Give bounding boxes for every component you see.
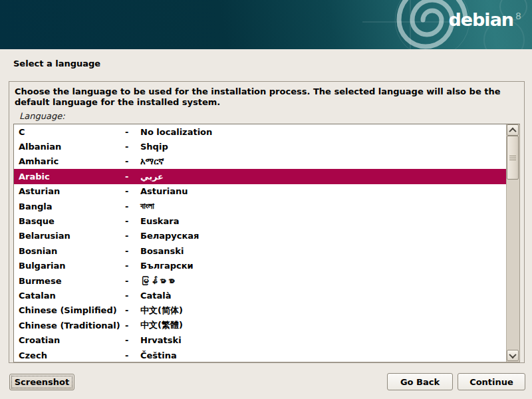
screenshot-button[interactable]: Screenshot — [9, 374, 74, 390]
list-item[interactable]: Czech-Čeština — [14, 348, 507, 362]
list-item[interactable]: Asturian-Asturianu — [14, 184, 507, 199]
chevron-down-icon — [509, 350, 516, 358]
separator-dash: - — [125, 246, 140, 256]
language-native-name: বাংলা — [140, 201, 507, 211]
list-item[interactable]: Arabic-عربي — [14, 169, 507, 184]
language-name: Asturian — [14, 186, 125, 196]
scrollbar-down-button[interactable] — [507, 350, 519, 361]
language-name: Czech — [14, 350, 125, 360]
language-native-name: Čeština — [140, 350, 507, 360]
language-name: Bangla — [14, 201, 125, 211]
language-native-name: 中文(简体) — [140, 305, 507, 317]
debian-wordmark: debian — [448, 9, 513, 30]
language-native-name: Asturianu — [140, 186, 507, 196]
language-list[interactable]: C-No localizationAlbanian-ShqipAmharic-አ… — [13, 124, 520, 362]
language-name: Croatian — [14, 335, 125, 345]
language-name: Catalan — [14, 291, 125, 301]
thumb-grip — [509, 156, 516, 156]
language-name: Chinese (Simplified) — [14, 305, 125, 315]
separator-dash: - — [125, 261, 140, 271]
list-item[interactable]: Belarusian-Беларуская — [14, 229, 507, 243]
separator-dash: - — [125, 172, 140, 182]
list-item[interactable]: Basque-Euskara — [14, 213, 507, 228]
language-native-name: Български — [140, 261, 507, 271]
list-item[interactable]: Albanian-Shqip — [14, 139, 507, 154]
installer-banner: debian8 — [0, 0, 532, 49]
list-item[interactable]: Chinese (Traditional)-中文(繁體) — [14, 318, 507, 332]
debian-version: 8 — [515, 11, 521, 21]
action-bar: Screenshot Go Back Continue — [0, 363, 532, 399]
language-label: Language: — [19, 111, 520, 121]
list-item[interactable]: Catalan-Català — [14, 288, 507, 303]
thumb-grip — [509, 158, 516, 158]
list-item[interactable]: Chinese (Simplified)-中文(简体) — [14, 303, 507, 318]
language-name: Chinese (Traditional) — [14, 321, 125, 331]
language-name: Belarusian — [14, 231, 125, 241]
separator-dash: - — [125, 231, 140, 241]
separator-dash: - — [125, 142, 140, 152]
chevron-up-icon — [509, 127, 516, 134]
scrollbar-thumb[interactable] — [507, 136, 519, 180]
language-native-name: Euskara — [140, 216, 507, 226]
language-name: Basque — [14, 216, 125, 226]
separator-dash: - — [125, 350, 140, 360]
list-item[interactable]: Amharic-አማርኛ — [14, 154, 507, 169]
language-name: C — [14, 127, 125, 137]
list-item[interactable]: C-No localization — [14, 124, 507, 139]
language-native-name: 中文(繁體) — [140, 319, 507, 331]
scrollbar-up-button[interactable] — [507, 124, 519, 136]
content-frame: Choose the language to be used for the i… — [9, 81, 525, 363]
list-item[interactable]: Bosnian-Bosanski — [14, 243, 507, 258]
separator-dash: - — [125, 321, 140, 331]
list-item[interactable]: Burmese-မြန်မာစာ — [14, 273, 507, 288]
continue-button[interactable]: Continue — [458, 373, 525, 390]
separator-dash: - — [125, 216, 140, 226]
language-name: Burmese — [14, 276, 125, 286]
language-native-name: Беларуская — [140, 231, 507, 241]
separator-dash: - — [125, 291, 140, 301]
separator-dash: - — [125, 335, 140, 345]
language-native-name: Català — [140, 291, 507, 301]
list-item[interactable]: Croatian-Hrvatski — [14, 332, 507, 347]
separator-dash: - — [125, 186, 140, 196]
go-back-button[interactable]: Go Back — [387, 373, 453, 390]
separator-dash: - — [125, 276, 140, 286]
language-native-name: عربي — [140, 172, 507, 182]
page-title: Select a language — [0, 49, 532, 69]
language-name: Amharic — [14, 156, 125, 166]
language-native-name: Bosanski — [140, 246, 507, 256]
language-native-name: မြန်မာစာ — [140, 276, 507, 286]
debian-logo: debian8 — [448, 11, 521, 29]
list-item[interactable]: Bulgarian-Български — [14, 259, 507, 273]
separator-dash: - — [125, 305, 140, 315]
language-native-name: No localization — [140, 127, 507, 137]
separator-dash: - — [125, 127, 140, 137]
list-item[interactable]: Bangla-বাংলা — [14, 199, 507, 213]
language-native-name: አማርኛ — [140, 156, 507, 167]
separator-dash: - — [125, 201, 140, 211]
instruction-text: Choose the language to be used for the i… — [15, 86, 509, 108]
language-native-name: Shqip — [140, 142, 507, 152]
scrollbar[interactable] — [506, 124, 519, 362]
language-name: Bosnian — [14, 246, 125, 256]
language-list-rows: C-No localizationAlbanian-ShqipAmharic-አ… — [14, 124, 507, 362]
thumb-grip — [509, 160, 516, 160]
language-name: Bulgarian — [14, 261, 125, 271]
separator-dash: - — [125, 156, 140, 166]
language-name: Albanian — [14, 142, 125, 152]
language-name: Arabic — [14, 172, 125, 182]
language-native-name: Hrvatski — [140, 335, 507, 345]
